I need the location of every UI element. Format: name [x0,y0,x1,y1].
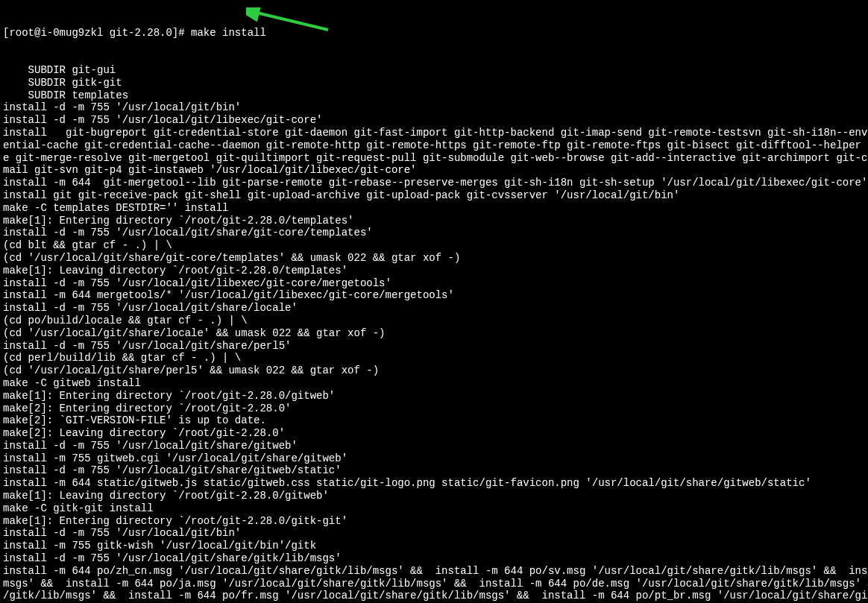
output-line: make[2]: Entering directory `/root/git-2… [3,402,865,415]
output-line: (cd po/build/locale && gtar cf - .) | \ [3,315,865,327]
terminal-output: SUBDIR git-gui SUBDIR gitk-git SUBDIR te… [3,64,865,603]
output-line: ential-cache git-credential-cache--daemo… [3,139,865,152]
output-line: install git git-receive-pack git-shell g… [3,189,865,202]
output-line: install -m 755 gitweb.cgi '/usr/local/gi… [3,452,865,465]
output-line: install -m 644 po/zh_cn.msg '/usr/local/… [3,565,865,578]
output-line: install -d -m 755 '/usr/local/git/share/… [3,227,865,239]
output-line: install -m 644 mergetools/* '/usr/local/… [3,289,865,302]
output-line: install -d -m 755 '/usr/local/git/libexe… [3,277,865,290]
output-line: SUBDIR templates [3,89,865,102]
output-line: make -C templates DESTDIR='' install [3,202,865,215]
output-line: install -d -m 755 '/usr/local/git/share/… [3,464,865,477]
output-line: install -d -m 755 '/usr/local/git/share/… [3,302,865,315]
output-line: install -d -m 755 '/usr/local/git/libexe… [3,114,865,127]
output-line: make[2]: `GIT-VERSION-FILE' is up to dat… [3,414,865,427]
output-line: make[2]: Leaving directory `/root/git-2.… [3,427,865,440]
output-line: make -C gitk-git install [3,502,865,515]
output-line: mail git-svn git-p4 git-instaweb '/usr/l… [3,164,865,177]
output-line: install -d -m 755 '/usr/local/git/share/… [3,552,865,565]
output-line: make[1]: Entering directory `/root/git-2… [3,215,865,227]
output-line: SUBDIR gitk-git [3,77,865,89]
output-line: /gitk/lib/msgs' && install -m 644 po/fr.… [3,590,865,602]
output-line: install -d -m 755 '/usr/local/git/share/… [3,440,865,452]
output-line: make[1]: Entering directory `/root/git-2… [3,515,865,528]
output-line: make[1]: Leaving directory `/root/git-2.… [3,490,865,502]
terminal-window[interactable]: [root@i-0mug9zkl git-2.28.0]# make insta… [0,0,868,603]
output-line: install -m 644 git-mergetool--lib git-pa… [3,177,865,189]
output-line: install -d -m 755 '/usr/local/git/share/… [3,340,865,353]
shell-prompt: [root@i-0mug9zkl git-2.28.0]# [3,27,191,39]
output-line: install -d -m 755 '/usr/local/git/bin' [3,527,865,540]
output-line: install -d -m 755 '/usr/local/git/bin' [3,101,865,114]
output-line: (cd '/usr/local/git/share/perl5' && umas… [3,364,865,377]
output-line: install -m 644 static/gitweb.js static/g… [3,477,865,490]
output-line: (cd blt && gtar cf - .) | \ [3,239,865,252]
output-line: install -m 755 gitk-wish '/usr/local/git… [3,540,865,552]
output-line: (cd '/usr/local/git/share/git-core/templ… [3,252,865,265]
output-line: SUBDIR git-gui [3,64,865,77]
command-line: [root@i-0mug9zkl git-2.28.0]# make insta… [3,27,865,40]
output-line: make -C gitweb install [3,377,865,390]
output-line: msgs' && install -m 644 po/ja.msg '/usr/… [3,578,865,590]
typed-command: make install [191,27,266,39]
output-line: install git-bugreport git-credential-sto… [3,127,865,139]
output-line: (cd perl/build/lib && gtar cf - .) | \ [3,352,865,364]
output-line: (cd '/usr/local/git/share/locale' && uma… [3,327,865,340]
output-line: make[1]: Entering directory `/root/git-2… [3,390,865,402]
output-line: make[1]: Leaving directory `/root/git-2.… [3,265,865,277]
output-line: e git-merge-resolve git-mergetool git-qu… [3,152,865,165]
